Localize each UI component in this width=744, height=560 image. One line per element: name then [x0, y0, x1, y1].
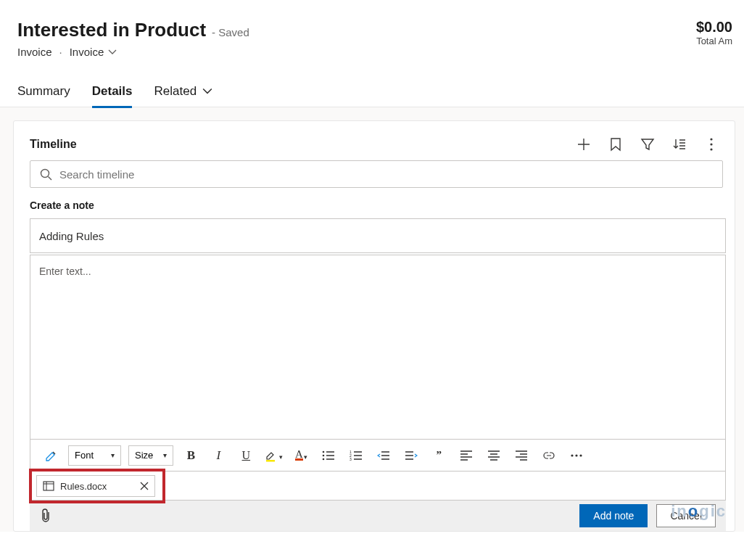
svg-rect-4	[266, 460, 275, 462]
svg-point-1	[710, 143, 712, 145]
chevron-down-icon	[108, 48, 117, 57]
chevron-down-icon	[202, 86, 212, 96]
total-amount-label: Total Am	[696, 36, 732, 46]
note-body-editor[interactable]: Enter text...	[30, 255, 726, 440]
font-selector-label: Font	[75, 450, 94, 461]
editor-toolbar: Font ▾ Size ▾ B I U ▾ A▾	[30, 440, 726, 472]
align-left-button[interactable]	[456, 445, 476, 466]
link-icon	[542, 451, 555, 460]
attachment-remove-button[interactable]	[140, 482, 149, 490]
underline-button[interactable]: U	[236, 445, 256, 466]
timeline-sort-button[interactable]	[672, 137, 687, 152]
svg-point-5	[323, 450, 325, 453]
tab-details[interactable]: Details	[92, 75, 133, 107]
svg-point-11	[571, 454, 574, 456]
tab-related[interactable]: Related	[154, 75, 212, 107]
svg-point-13	[580, 454, 582, 456]
watermark-part: in	[671, 502, 688, 520]
highlight-icon	[264, 449, 278, 462]
watermark-part: gic	[699, 502, 727, 520]
caret-down-icon: ▾	[163, 451, 167, 459]
record-title: Interested in Product	[17, 19, 206, 41]
bold-button[interactable]: B	[181, 445, 201, 466]
breadcrumb: Invoice · Invoice	[17, 46, 249, 58]
svg-point-6	[323, 454, 325, 456]
sort-icon	[672, 137, 687, 152]
number-list-icon: 123	[350, 450, 363, 461]
plus-icon	[576, 137, 591, 152]
indent-icon	[405, 450, 418, 461]
attachment-highlight: Rules.docx	[29, 469, 165, 503]
total-amount-value: $0.00	[696, 19, 732, 36]
note-title-input[interactable]	[30, 218, 726, 253]
watermark-logo: inogic	[671, 502, 727, 521]
blockquote-button[interactable]: ”	[429, 445, 449, 466]
indent-button[interactable]	[401, 445, 421, 466]
tab-summary[interactable]: Summary	[17, 75, 70, 107]
svg-point-0	[710, 138, 712, 140]
size-selector-label: Size	[135, 450, 153, 461]
tab-related-label: Related	[154, 84, 197, 99]
align-center-icon	[488, 450, 500, 461]
attachment-filename: Rules.docx	[60, 481, 134, 492]
search-icon	[39, 168, 52, 181]
svg-point-12	[576, 454, 578, 456]
insert-link-button[interactable]	[539, 445, 559, 466]
attach-file-button[interactable]	[40, 508, 51, 523]
size-selector[interactable]: Size ▾	[128, 445, 173, 466]
format-painter-button[interactable]	[41, 445, 61, 466]
breadcrumb-separator: ·	[59, 46, 62, 58]
breadcrumb-form: Invoice	[70, 46, 104, 58]
svg-text:3: 3	[350, 457, 352, 461]
filter-icon	[640, 137, 655, 152]
svg-rect-14	[44, 482, 54, 490]
timeline-filter-button[interactable]	[640, 137, 655, 152]
document-icon	[43, 481, 54, 491]
outdent-icon	[377, 450, 390, 461]
toolbar-more-button[interactable]	[566, 445, 587, 466]
outdent-button[interactable]	[373, 445, 394, 466]
font-selector[interactable]: Font ▾	[68, 445, 121, 466]
saved-indicator: - Saved	[212, 26, 249, 38]
timeline-add-button[interactable]	[576, 137, 591, 152]
timeline-title: Timeline	[30, 138, 77, 151]
bulleted-list-button[interactable]	[318, 445, 339, 466]
add-note-button[interactable]: Add note	[579, 504, 648, 527]
timeline-search-input[interactable]	[59, 168, 714, 181]
numbered-list-button[interactable]: 123	[346, 445, 366, 466]
bookmark-icon	[609, 137, 622, 152]
more-horizontal-icon	[570, 453, 583, 458]
caret-down-icon: ▾	[111, 451, 115, 459]
bullet-list-icon	[322, 450, 335, 461]
more-vertical-icon	[710, 138, 713, 151]
form-selector[interactable]: Invoice	[70, 46, 117, 58]
svg-point-3	[41, 170, 49, 178]
align-left-icon	[460, 450, 472, 461]
timeline-more-button[interactable]	[704, 137, 719, 152]
format-painter-icon	[44, 449, 57, 462]
italic-button[interactable]: I	[208, 445, 228, 466]
note-body-placeholder: Enter text...	[39, 265, 91, 277]
svg-point-2	[710, 148, 712, 150]
align-right-icon	[516, 450, 527, 461]
align-center-button[interactable]	[484, 445, 504, 466]
font-color-button[interactable]: A▾	[291, 445, 311, 466]
highlight-color-button[interactable]: ▾	[263, 445, 284, 466]
close-icon	[140, 482, 149, 490]
timeline-search[interactable]	[30, 160, 723, 188]
watermark-part: o	[688, 502, 699, 520]
align-right-button[interactable]	[511, 445, 532, 466]
timeline-bookmark-button[interactable]	[608, 137, 623, 152]
svg-point-7	[323, 458, 325, 460]
paperclip-icon	[40, 508, 51, 523]
attachment-chip[interactable]: Rules.docx	[36, 475, 155, 497]
create-note-label: Create a note	[30, 199, 723, 211]
breadcrumb-entity: Invoice	[17, 46, 52, 58]
